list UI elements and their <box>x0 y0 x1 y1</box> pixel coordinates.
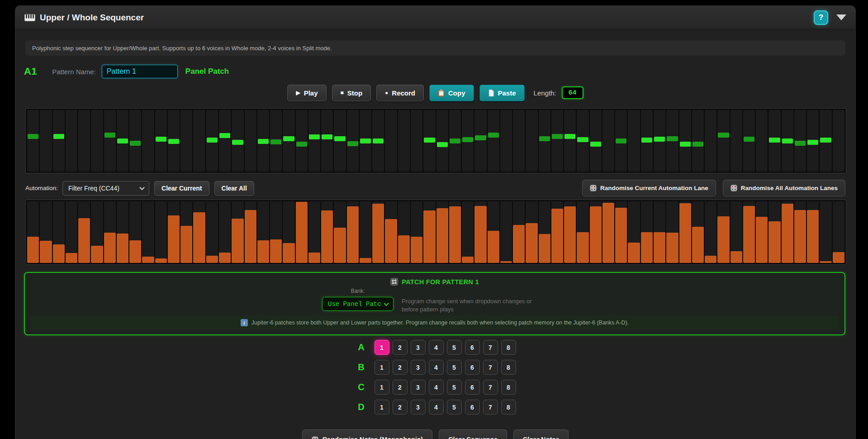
pattern-button-B3[interactable]: 3 <box>411 360 426 375</box>
clear-all-button[interactable]: Clear All <box>214 181 254 196</box>
automation-step-cell[interactable] <box>462 201 474 263</box>
automation-step-cell[interactable] <box>666 201 678 263</box>
note-step-cell[interactable] <box>117 110 128 172</box>
collapse-icon[interactable] <box>836 14 846 20</box>
pattern-button-A8[interactable]: 8 <box>501 340 516 355</box>
pattern-button-D5[interactable]: 5 <box>447 400 462 415</box>
automation-step-cell[interactable] <box>104 201 116 263</box>
note-step-cell[interactable] <box>820 110 831 172</box>
note-step-cell[interactable] <box>577 110 588 172</box>
automation-step-cell[interactable] <box>245 201 256 263</box>
automation-step-cell[interactable] <box>513 201 525 263</box>
note-step-cell[interactable] <box>232 110 243 172</box>
note-step-cell[interactable] <box>53 110 65 172</box>
automation-step-cell[interactable] <box>193 201 205 263</box>
automation-step-cell[interactable] <box>142 201 154 263</box>
pattern-button-D4[interactable]: 4 <box>429 400 444 415</box>
pattern-button-A7[interactable]: 7 <box>483 340 498 355</box>
note-step-cell[interactable] <box>551 110 563 172</box>
note-step-cell[interactable] <box>730 110 742 172</box>
randomise-current-automation-button[interactable]: Randomise Current Automation Lane <box>582 180 716 196</box>
note-step-cell[interactable] <box>423 110 435 172</box>
automation-step-cell[interactable] <box>474 201 486 263</box>
automation-step-cell[interactable] <box>488 201 499 263</box>
note-step-cell[interactable] <box>666 110 678 172</box>
note-step-cell[interactable] <box>513 110 525 172</box>
note-step-cell[interactable] <box>462 110 474 172</box>
note-step-cell[interactable] <box>833 110 844 172</box>
pattern-button-C7[interactable]: 7 <box>483 380 498 395</box>
note-step-cell[interactable] <box>692 110 704 172</box>
note-step-cell[interactable] <box>257 110 269 172</box>
note-step-cell[interactable] <box>768 110 780 172</box>
note-step-cell[interactable] <box>283 110 294 172</box>
automation-step-cell[interactable] <box>423 201 435 263</box>
length-input[interactable] <box>562 86 583 99</box>
automation-step-cell[interactable] <box>257 201 269 263</box>
copy-button[interactable]: Copy <box>429 85 474 101</box>
pattern-button-C6[interactable]: 6 <box>465 380 480 395</box>
automation-step-cell[interactable] <box>385 201 397 263</box>
note-step-cell[interactable] <box>168 110 180 172</box>
pattern-button-B1[interactable]: 1 <box>375 360 389 375</box>
note-step-cell[interactable] <box>500 110 512 172</box>
automation-step-cell[interactable] <box>743 201 755 263</box>
pattern-button-D2[interactable]: 2 <box>393 400 408 415</box>
note-step-cell[interactable] <box>782 110 793 172</box>
clear-notes-button[interactable]: Clear Notes <box>513 429 569 439</box>
pattern-button-C4[interactable]: 4 <box>429 380 444 395</box>
automation-step-cell[interactable] <box>449 201 461 263</box>
automation-step-cell[interactable] <box>782 201 793 263</box>
note-step-cell[interactable] <box>411 110 422 172</box>
automation-step-cell[interactable] <box>794 201 806 263</box>
automation-step-cell[interactable] <box>372 201 384 263</box>
pattern-button-B2[interactable]: 2 <box>393 360 408 375</box>
automation-step-cell[interactable] <box>219 201 231 263</box>
automation-step-cell[interactable] <box>206 201 218 263</box>
note-step-cell[interactable] <box>385 110 397 172</box>
pattern-button-B8[interactable]: 8 <box>501 360 516 375</box>
automation-step-cell[interactable] <box>577 201 588 263</box>
pattern-button-D3[interactable]: 3 <box>411 400 426 415</box>
automation-step-cell[interactable] <box>168 201 180 263</box>
note-step-cell[interactable] <box>794 110 806 172</box>
automation-step-cell[interactable] <box>692 201 704 263</box>
automation-step-cell[interactable] <box>270 201 282 263</box>
automation-step-cell[interactable] <box>500 201 512 263</box>
automation-step-cell[interactable] <box>628 201 640 263</box>
automation-step-cell[interactable] <box>730 201 742 263</box>
bank-select[interactable]: Use Panel Patch <box>322 297 394 311</box>
note-step-cell[interactable] <box>602 110 614 172</box>
note-step-cell[interactable] <box>66 110 77 172</box>
automation-step-cell[interactable] <box>833 201 844 263</box>
automation-step-cell[interactable] <box>117 201 128 263</box>
note-step-cell[interactable] <box>807 110 819 172</box>
note-step-cell[interactable] <box>705 110 716 172</box>
automation-step-cell[interactable] <box>807 201 819 263</box>
note-step-cell[interactable] <box>679 110 691 172</box>
note-step-cell[interactable] <box>360 110 371 172</box>
note-step-cell[interactable] <box>526 110 537 172</box>
note-step-cell[interactable] <box>270 110 282 172</box>
stop-button[interactable]: ■ Stop <box>332 85 371 101</box>
note-step-cell[interactable] <box>654 110 665 172</box>
note-step-cell[interactable] <box>398 110 410 172</box>
note-step-cell[interactable] <box>193 110 205 172</box>
automation-step-cell[interactable] <box>155 201 167 263</box>
note-step-cell[interactable] <box>717 110 729 172</box>
automation-step-cell[interactable] <box>411 201 422 263</box>
randomise-notes-button[interactable]: Randomise Notes (Monophonic) <box>302 429 432 439</box>
note-step-cell[interactable] <box>27 110 39 172</box>
clear-sequence-button[interactable]: Clear Sequence <box>439 429 507 439</box>
automation-step-cell[interactable] <box>705 201 716 263</box>
pattern-button-C5[interactable]: 5 <box>447 380 462 395</box>
note-step-cell[interactable] <box>296 110 308 172</box>
pattern-button-C2[interactable]: 2 <box>393 380 408 395</box>
paste-button[interactable]: Paste <box>479 85 525 101</box>
automation-step-cell[interactable] <box>756 201 768 263</box>
automation-step-cell[interactable] <box>308 201 320 263</box>
automation-step-cell[interactable] <box>347 201 359 263</box>
automation-step-cell[interactable] <box>564 201 576 263</box>
pattern-button-D7[interactable]: 7 <box>483 400 498 415</box>
pattern-button-B7[interactable]: 7 <box>483 360 498 375</box>
